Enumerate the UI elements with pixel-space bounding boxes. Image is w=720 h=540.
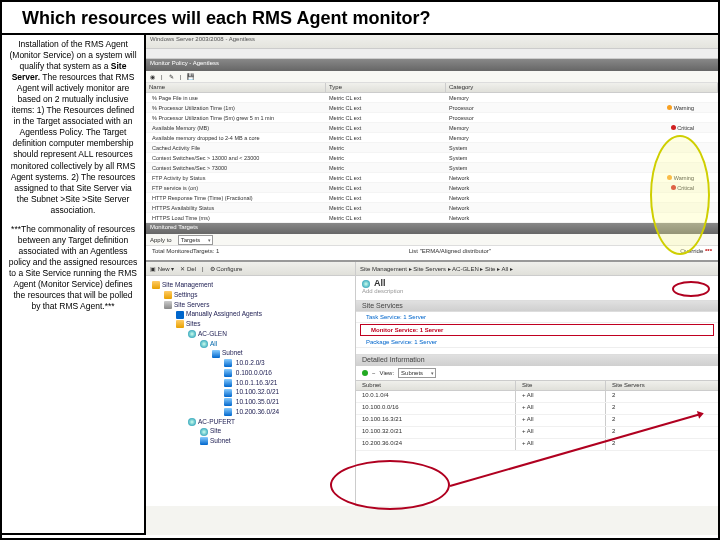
folder-icon xyxy=(152,281,160,289)
annotation-oval-yellow xyxy=(650,135,710,255)
save-icon[interactable]: 💾 xyxy=(187,73,194,80)
tree-site-sub[interactable]: Site xyxy=(210,427,221,434)
tree-sites[interactable]: Sites xyxy=(186,320,200,327)
table-row[interactable]: % Processor Utilization Time (5m) grew 5… xyxy=(146,113,718,123)
tree-subnet-item[interactable]: 10.100.32.0/21 xyxy=(212,387,349,397)
monitored-toolbar: Apply to Targets xyxy=(146,234,718,246)
slide-title: Which resources will each RMS Agent moni… xyxy=(2,2,718,35)
table-row[interactable]: HTTPS Load Time (ms)Metric CL extNetwork xyxy=(146,213,718,223)
detail-row[interactable]: 10.200.36.0/24+ All2 xyxy=(356,439,718,451)
tree-subnet-item[interactable]: 0.100.0.0/16 xyxy=(212,368,349,378)
screenshot-main: Windows Server 2003/2008 - Agentless Mon… xyxy=(146,35,718,535)
detail-title: All xyxy=(374,278,386,288)
add-icon[interactable] xyxy=(362,370,368,376)
th-siteservers[interactable]: Site Servers xyxy=(606,381,718,390)
toggle-icon[interactable]: ◉ xyxy=(150,73,155,80)
monitored-header: Monitored Targets xyxy=(146,223,718,234)
tree-toolbar: ▣ New ▾ ✕ Del | ⚙ Configure xyxy=(146,262,355,276)
subnet-icon xyxy=(224,398,232,406)
detail-table-header: Subnet Site Site Servers xyxy=(356,380,718,391)
detail-row[interactable]: 10.100.32.0/21+ All2 xyxy=(356,427,718,439)
package-service-row[interactable]: Package Service: 1 Server xyxy=(356,337,718,348)
tree-site1[interactable]: AC-GLEN xyxy=(198,330,227,337)
globe-icon xyxy=(188,330,196,338)
sidebar-p2: ***The commonality of resources between … xyxy=(8,224,138,312)
globe-icon xyxy=(200,428,208,436)
remove-icon[interactable]: − xyxy=(372,370,376,376)
monitor-service-row[interactable]: Monitor Service: 1 Server xyxy=(360,324,714,336)
globe-icon xyxy=(188,418,196,426)
grid-body[interactable]: % Page File in useMetric CL extMemory% P… xyxy=(146,93,718,223)
tree-subnet-label[interactable]: Subnet xyxy=(222,349,243,356)
detail-table-body[interactable]: 10.0.1.0/4+ All210.100.0.0/16+ All210.10… xyxy=(356,391,718,451)
col-category[interactable]: Category xyxy=(446,83,718,92)
subnet-icon xyxy=(224,359,232,367)
col-type[interactable]: Type xyxy=(326,83,446,92)
tree-subnet-sub[interactable]: Subnet xyxy=(210,437,231,444)
window-titlebar: Windows Server 2003/2008 - Agentless xyxy=(146,35,718,49)
detail-row[interactable]: 10.100.0.0/16+ All2 xyxy=(356,403,718,415)
total-value: 1 xyxy=(216,248,219,254)
policy-header: Monitor Policy - Agentless xyxy=(146,59,718,71)
task-service-row[interactable]: Task Service: 1 Server xyxy=(356,312,718,323)
subnet-icon xyxy=(224,408,232,416)
tree-subnet-item[interactable]: 10.0.2.0/3 xyxy=(212,358,349,368)
view-label: View: xyxy=(380,370,395,376)
table-row[interactable]: Available Memory (MB)Metric CL extMemory… xyxy=(146,123,718,133)
tree-all[interactable]: All xyxy=(210,340,217,347)
detail-breadcrumb[interactable]: Site Management ▸ Site Servers ▸ AC-GLEN… xyxy=(360,265,513,272)
th-subnet[interactable]: Subnet xyxy=(356,381,516,390)
sidebar-p1c: The resources that RMS Agent will active… xyxy=(11,72,136,215)
table-row[interactable]: Available memory dropped to 2-4 MB a cor… xyxy=(146,133,718,143)
tree-root[interactable]: Site Management xyxy=(162,281,213,288)
agent-icon xyxy=(176,311,184,319)
table-row[interactable]: FTP Activity by StatusMetric CL extNetwo… xyxy=(146,173,718,183)
view-select[interactable]: Subnets xyxy=(398,368,436,378)
tree-subnet-item[interactable]: 10.200.36.0/24 xyxy=(212,407,349,417)
site-tree-panel: ▣ New ▾ ✕ Del | ⚙ Configure Site Managem… xyxy=(146,262,356,506)
tree-manual[interactable]: Manually Assigned Agents xyxy=(186,310,262,317)
th-site[interactable]: Site xyxy=(516,381,606,390)
server-icon xyxy=(164,301,172,309)
table-row[interactable]: HTTPS Availability StatusMetric CL extNe… xyxy=(146,203,718,213)
breadcrumb xyxy=(146,49,718,59)
new-button[interactable]: ▣ New ▾ xyxy=(150,265,174,272)
table-row[interactable]: % Page File in useMetric CL extMemory xyxy=(146,93,718,103)
globe-icon xyxy=(200,340,208,348)
table-row[interactable]: HTTP Response Time (Time) (Fractional)Me… xyxy=(146,193,718,203)
grid-header: Name Type Category xyxy=(146,83,718,93)
tree-settings[interactable]: Settings xyxy=(174,291,198,298)
sidebar-text: Installation of the RMS Agent (Monitor S… xyxy=(2,35,146,535)
detail-crumb-toolbar: Site Management ▸ Site Servers ▸ AC-GLEN… xyxy=(356,262,718,276)
del-button[interactable]: ✕ Del xyxy=(180,265,196,272)
detail-row[interactable]: 10.0.1.0/4+ All2 xyxy=(356,391,718,403)
annotation-oval-red-override xyxy=(672,281,710,297)
col-name[interactable]: Name xyxy=(146,83,326,92)
detail-toolbar: − View: Subnets xyxy=(356,366,718,380)
subnet-icon xyxy=(224,379,232,387)
tree-siteservers[interactable]: Site Servers xyxy=(174,301,209,308)
globe-icon xyxy=(362,280,370,288)
total-label: Total MonitoredTargets xyxy=(152,248,213,254)
folder-icon xyxy=(176,320,184,328)
table-row[interactable]: Cached Activity FileMetricSystem xyxy=(146,143,718,153)
subnet-icon xyxy=(200,437,208,445)
tree-subnet-item[interactable]: 10.0.1.16.3/21 xyxy=(212,378,349,388)
policy-toolbar[interactable]: ◉ | ✎ | 💾 xyxy=(146,71,718,83)
tree-site2[interactable]: AC-PUFERT xyxy=(198,418,235,425)
table-row[interactable]: % Processor Utilization Time (1m)Metric … xyxy=(146,103,718,113)
configure-button[interactable]: ⚙ Configure xyxy=(210,265,243,272)
table-row[interactable]: FTP service is (on)Metric CL extNetwork … xyxy=(146,183,718,193)
table-row[interactable]: Context Switches/Sec > 13000 and < 23000… xyxy=(146,153,718,163)
site-tree[interactable]: Site Management Settings Site Servers Ma… xyxy=(146,276,355,450)
table-row[interactable]: Context Switches/Sec > 73000MetricSystem xyxy=(146,163,718,173)
site-services-header: Site Services xyxy=(356,300,718,312)
list-value: List "ERMA/Aligned distributor" xyxy=(409,248,491,258)
detailed-info-header: Detailed Information xyxy=(356,354,718,366)
edit-icon[interactable]: ✎ xyxy=(169,73,174,80)
apply-to-label: Apply to xyxy=(150,237,172,243)
targets-select[interactable]: Targets xyxy=(178,235,214,245)
tree-subnet-item[interactable]: 10.100.35.0/21 xyxy=(212,397,349,407)
monitored-info: Total MonitoredTargets: 1 List "ERMA/Ali… xyxy=(146,246,718,260)
detail-desc[interactable]: Add description xyxy=(362,288,712,294)
